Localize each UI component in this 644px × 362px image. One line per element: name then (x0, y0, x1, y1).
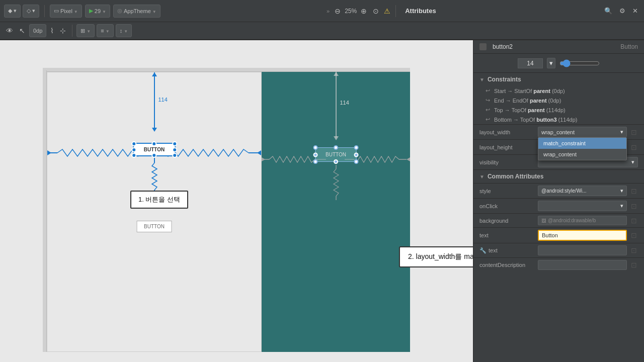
onclick-side-btn[interactable]: ⊡ (630, 202, 638, 210)
blueprint-chevron: ▾ (32, 8, 35, 14)
background-input[interactable]: 🖼 @android:drawable/b (538, 216, 627, 225)
dist-line-top-left (154, 72, 155, 128)
magic-btn[interactable]: ⊹ (58, 24, 68, 37)
path-btn[interactable]: ⌇ (48, 24, 56, 37)
zoom-control: ⊖ 25% ⊕ ⊙ (333, 5, 381, 18)
layout-height-side-btn[interactable]: ⊡ (630, 143, 638, 151)
font-size-input[interactable] (518, 58, 543, 68)
prev-handle-bl (313, 159, 317, 164)
constraint-start: ↩ Start → StartOf parent (0dp) (473, 86, 644, 96)
zoom-out-btn[interactable]: ⊖ (333, 5, 343, 18)
layout-width-row: layout_width wrap_content ▾ match_constr… (473, 124, 644, 139)
svg-marker-12 (407, 157, 410, 161)
onclick-dropdown[interactable]: ▾ (538, 201, 627, 211)
distribute-btn[interactable]: ≡ (97, 24, 113, 37)
layout-height-label: layout_height (479, 144, 535, 150)
option-wrap-content[interactable]: wrap_content (538, 149, 626, 160)
constraints-section-header[interactable]: ▼ Constraints (473, 72, 644, 86)
close-btn[interactable]: ✕ (630, 5, 640, 18)
constraint-icon-3: ↩ (486, 107, 490, 113)
prev-handle-mr (354, 152, 359, 157)
design-btn[interactable]: ◆ ▾ (4, 5, 21, 18)
layout-width-side-btn[interactable]: ⊡ (630, 128, 638, 136)
preview-button-selected[interactable]: BUTTON (315, 147, 357, 162)
component-type: Button (620, 43, 638, 50)
preview-arrow-up (334, 72, 339, 76)
handle-ml[interactable] (131, 147, 136, 152)
option-match-constraint[interactable]: match_constraint (538, 138, 626, 149)
api-btn[interactable]: ▶ 29 (85, 5, 110, 18)
background-value: @android:drawable/b (548, 218, 596, 223)
zoom-in-btn[interactable]: ⊕ (359, 5, 369, 18)
background-side-btn[interactable]: ⊡ (630, 217, 638, 225)
preview-arrow-down (334, 136, 339, 140)
background-row: background 🖼 @android:drawable/b ⊡ (473, 213, 644, 227)
dropdown-chevron: ▾ (620, 129, 623, 135)
text-input[interactable] (538, 230, 627, 241)
search-btn[interactable]: 🔍 (602, 5, 614, 18)
align-btn[interactable]: ⊞ (76, 24, 95, 37)
theme-btn[interactable]: ◎ AppTheme (113, 5, 160, 18)
offset-label: 0dp (33, 28, 42, 34)
api-label: 29 (95, 8, 101, 14)
settings-btn[interactable]: ⚙ (617, 5, 627, 18)
handle-tl[interactable] (131, 141, 136, 146)
margin-btn[interactable]: ↕ (116, 24, 132, 37)
prev-handle-bm (334, 159, 338, 164)
style-value: @android:style/Wi... (541, 188, 587, 194)
cursor-btn[interactable]: ↖ (17, 24, 27, 37)
font-size-row: ▾ (473, 54, 644, 72)
content-desc-side-btn[interactable]: ⊡ (630, 261, 638, 269)
ruler-horizontal (43, 68, 410, 72)
common-attrs-section-header[interactable]: ▼ Common Attributes (473, 169, 644, 183)
text-side-btn[interactable]: ⊡ (630, 231, 638, 239)
button-selected-left[interactable]: BUTTON (133, 143, 176, 156)
text-prop-side-btn[interactable]: ⊡ (630, 246, 638, 254)
dist-chevron (106, 28, 110, 34)
callout-1: 1. 버튼을 선택 (130, 191, 188, 209)
text-prop-label: text (489, 247, 498, 253)
dist-icon: ≡ (101, 28, 104, 34)
text-prop-row: 🔧 text ⊡ (473, 243, 644, 257)
sep2 (395, 5, 396, 17)
warning-icon: ⚠ (384, 7, 390, 15)
prev-handle-br (354, 159, 359, 164)
font-size-slider[interactable] (559, 59, 600, 67)
margin-chevron (124, 28, 128, 34)
handle-tm[interactable] (151, 141, 156, 146)
handle-bl[interactable] (131, 153, 136, 158)
offset-btn[interactable]: 0dp (29, 24, 46, 37)
text-prop-input[interactable] (538, 245, 627, 255)
fit-btn[interactable]: ⊙ (371, 5, 381, 18)
style-side-btn[interactable]: ⊡ (630, 187, 638, 195)
handle-tr[interactable] (172, 141, 177, 146)
layout-width-dropdown[interactable]: wrap_content ▾ (538, 127, 627, 137)
style-dropdown[interactable]: @android:style/Wi... ▾ (538, 186, 627, 196)
design-icon: ◆ (8, 8, 12, 14)
button3[interactable]: BUTTON (136, 221, 172, 232)
preview-canvas: 114 (262, 72, 410, 352)
margin-icon: ↕ (120, 28, 123, 34)
content-desc-input[interactable] (538, 260, 627, 270)
constraint-text-3: Top → TopOf parent (114dp) (494, 107, 566, 113)
ruler-vertical (43, 70, 47, 352)
arrow-down-left (152, 128, 157, 132)
theme-chevron (152, 8, 156, 14)
eye-btn[interactable]: 👁 (4, 24, 15, 37)
component-name: button2 (493, 43, 513, 50)
style-row: style @android:style/Wi... ▾ ⊡ (473, 183, 644, 198)
background-container: 🖼 @android:drawable/b (538, 216, 627, 225)
handle-mr[interactable] (172, 147, 177, 152)
text-label: text (479, 232, 535, 238)
style-chevron: ▾ (620, 188, 623, 194)
device-btn[interactable]: ▭ Pixel (50, 5, 82, 18)
font-size-dropdown-btn[interactable]: ▾ (547, 58, 555, 68)
text-container (538, 230, 627, 241)
constraints-list: ↩ Start → StartOf parent (0dp) ↪ End → E… (473, 86, 644, 124)
handle-bm[interactable] (151, 153, 156, 158)
blueprint-btn[interactable]: ◇ ▾ (23, 5, 39, 18)
content-desc-row: contentDescription ⊡ (473, 257, 644, 272)
arrow-up-left (152, 72, 157, 76)
theme-label: AppTheme (124, 8, 151, 14)
prev-handle-tl (313, 145, 317, 150)
